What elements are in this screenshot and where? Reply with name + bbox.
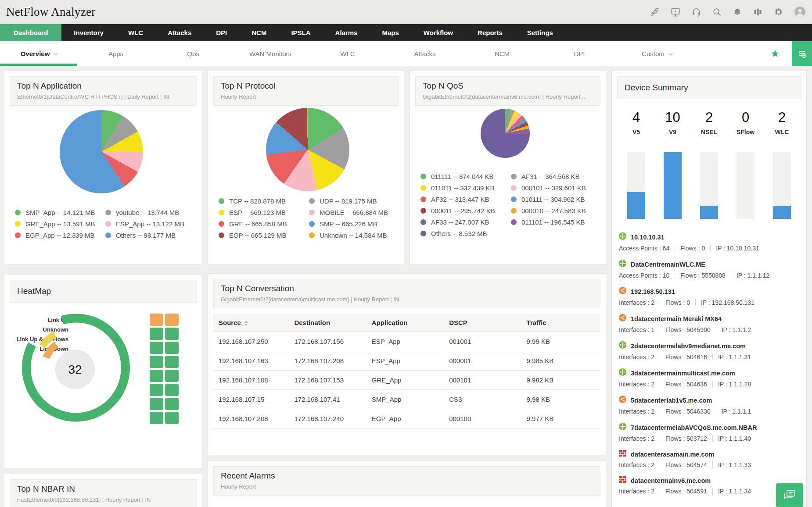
version-bar-cell: [727, 152, 764, 219]
nav-item-wlc[interactable]: WLC: [116, 24, 155, 41]
subnav-item-attacks[interactable]: Attacks: [386, 50, 463, 57]
device-stat: IP : 1.1.1.2: [716, 326, 751, 333]
heatmap-cell-ok[interactable]: [150, 328, 163, 340]
legend-color-dot: [309, 198, 315, 204]
user-avatar[interactable]: [794, 6, 806, 18]
nav-item-ipsla[interactable]: IPSLA: [279, 24, 323, 41]
heatmap-gauge-chart[interactable]: 32: [9, 303, 141, 435]
star-icon[interactable]: ★: [770, 49, 780, 59]
heatmap-cell-ok[interactable]: [150, 398, 163, 410]
heatmap-cell-ok[interactable]: [165, 328, 179, 340]
nav-item-workflow[interactable]: Workflow: [411, 24, 465, 41]
device-name[interactable]: datacenterasamain.me.com: [631, 451, 714, 458]
nav-item-reports[interactable]: Reports: [465, 24, 515, 41]
card-title: HeatMap: [17, 286, 189, 296]
flow-version-counts: 4V510V92NSEL0SFlow2WLC: [618, 110, 800, 136]
heatmap-cell-ok[interactable]: [165, 412, 179, 424]
legend-item: UDP -- 819.175 MB: [309, 197, 399, 205]
nav-item-inventory[interactable]: Inventory: [61, 24, 116, 41]
subnav-item-wlc[interactable]: WLC: [309, 50, 386, 57]
legend-item: ESP_App -- 13.122 MB: [105, 220, 196, 228]
heatmap-cell-ok[interactable]: [150, 370, 163, 382]
card-subtitle: GigabitEthernet0/2[datacenterv6multicast…: [221, 296, 593, 303]
device-name[interactable]: 1datacentermain Meraki MX64: [631, 315, 722, 322]
heatmap-cell-ok[interactable]: [150, 412, 163, 424]
device-name[interactable]: datacentermainv6.me.com: [631, 477, 711, 484]
device-name[interactable]: 3datacentermainmulticast.me.com: [631, 370, 735, 377]
heatmap-cell-ok[interactable]: [165, 356, 179, 368]
apps-columns-icon[interactable]: [753, 7, 763, 17]
device-name[interactable]: 2datacentermelabv9medianet.me.com: [631, 343, 746, 350]
heatmap-cell-ok[interactable]: [150, 356, 163, 368]
qos-pie-chart[interactable]: [481, 109, 530, 158]
version-bar-fill: [773, 206, 791, 219]
subnav-item-wan-monitors[interactable]: WAN Monitors: [232, 50, 309, 57]
legend-label: 000011 -- 295.742 KB: [431, 207, 495, 214]
table-cell: SMP_App: [368, 390, 446, 409]
heatmap-cell-warning[interactable]: [165, 314, 179, 326]
legend-color-dot: [420, 174, 426, 179]
search-icon[interactable]: [712, 7, 722, 17]
heatmap-cell-ok[interactable]: [150, 384, 163, 396]
nav-item-settings[interactable]: Settings: [515, 24, 565, 41]
legend-label: 011101 -- 196.545 KB: [521, 218, 585, 226]
rocket-icon[interactable]: [650, 7, 660, 17]
nav-item-attacks[interactable]: Attacks: [155, 24, 204, 41]
subnav-item-ncm[interactable]: NCM: [463, 50, 541, 57]
device-name[interactable]: DataCentremainWLC.ME: [631, 261, 705, 268]
protocol-pie-chart[interactable]: [266, 108, 349, 191]
nav-item-maps[interactable]: Maps: [370, 24, 411, 41]
heatmap-cell-ok[interactable]: [165, 342, 179, 354]
device-name[interactable]: 10.10.10.31: [631, 234, 665, 241]
legend-item: Unknown -- 14.584 MB: [309, 232, 399, 239]
notifications-bell-icon[interactable]: [733, 7, 742, 17]
subnav-item-overview[interactable]: Overview: [0, 50, 77, 57]
legend-item: SMP_App -- 14.121 MB: [15, 209, 105, 216]
device-stats: Interfaces : 2Flows : 503712IP : 1.1.1.4…: [619, 435, 803, 442]
nav-item-alarms[interactable]: Alarms: [323, 24, 370, 41]
column-header-application[interactable]: Application: [368, 314, 446, 332]
subnav-item-custom[interactable]: Custom: [618, 50, 695, 57]
nav-item-dashboard[interactable]: Dashboard: [0, 24, 61, 41]
nav-item-ncm[interactable]: NCM: [239, 24, 279, 41]
legend-label: UDP -- 819.175 MB: [320, 197, 377, 205]
subnav-item-apps[interactable]: Apps: [77, 50, 154, 57]
column-header-source[interactable]: Source: [213, 314, 291, 332]
version-count-nsel: 2NSEL: [691, 110, 727, 136]
device-name[interactable]: 5datacenterlab1v5.me.com: [631, 397, 712, 404]
device-stat: IP : 1.1.1.31: [712, 353, 751, 361]
heatmap-cell-ok[interactable]: [165, 398, 179, 410]
device-stat: Flows : 5550808: [675, 272, 726, 279]
device-name[interactable]: 7datacentermelabAVCQoS.me.com.NBAR: [631, 424, 757, 431]
heatmap-cell-ok[interactable]: [165, 370, 179, 382]
subnav-item-dpi[interactable]: DPI: [541, 50, 618, 57]
conversation-table: SourceDestinationApplicationDSCPTraffic …: [213, 314, 600, 428]
version-count-v5: 4V5: [618, 110, 654, 136]
active-tab-underline: [0, 64, 77, 66]
heatmap-cell-ok[interactable]: [150, 342, 163, 354]
support-headset-icon[interactable]: [691, 7, 701, 17]
subnav-item-qos[interactable]: Qos: [154, 50, 232, 57]
application-pie-chart[interactable]: [60, 110, 143, 193]
wlc-device-icon: [619, 260, 626, 269]
legend-color-dot: [420, 208, 426, 214]
column-header-destination[interactable]: Destination: [291, 314, 368, 332]
version-bar-cell: [618, 152, 654, 219]
heatmap-cell-ok[interactable]: [165, 384, 179, 396]
nav-item-dpi[interactable]: DPI: [204, 24, 239, 41]
device-name[interactable]: 192.168.50.131: [631, 288, 675, 295]
presentation-icon[interactable]: [670, 7, 681, 17]
device-stat: Interfaces : 2: [619, 299, 654, 306]
device-list-item: DataCentremainWLC.MEAccess Points : 10Fl…: [619, 260, 803, 279]
device-stat: Flows : 5046330: [660, 408, 711, 415]
column-header-dscp[interactable]: DSCP: [446, 314, 523, 332]
chat-support-button[interactable]: [776, 483, 803, 507]
heatmap-cell-warning[interactable]: [150, 314, 163, 326]
column-header-traffic[interactable]: Traffic: [523, 314, 600, 332]
legend-item: Others -- 8.532 MB: [420, 230, 511, 237]
subnav-item-label: NCM: [495, 50, 510, 57]
sort-icon[interactable]: [244, 321, 248, 326]
settings-gear-icon[interactable]: [773, 7, 783, 17]
add-dashboard-icon[interactable]: [792, 41, 812, 66]
device-stat: Flows : 503712: [660, 435, 707, 442]
